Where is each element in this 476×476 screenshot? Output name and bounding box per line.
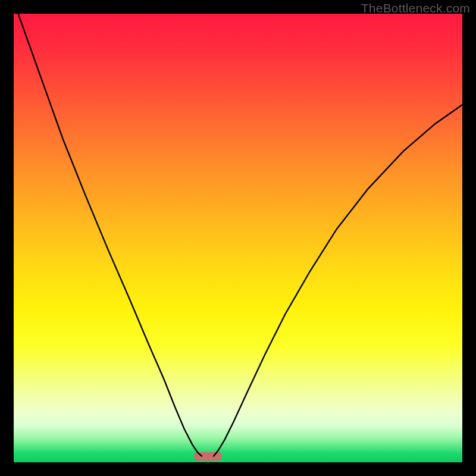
- curve-left-branch: [18, 14, 202, 456]
- curve-right-branch: [214, 105, 463, 456]
- outer-frame: TheBottleneck.com: [0, 0, 476, 476]
- watermark-text: TheBottleneck.com: [361, 1, 470, 15]
- bottleneck-curve: [14, 14, 462, 462]
- plot-area: [14, 14, 462, 462]
